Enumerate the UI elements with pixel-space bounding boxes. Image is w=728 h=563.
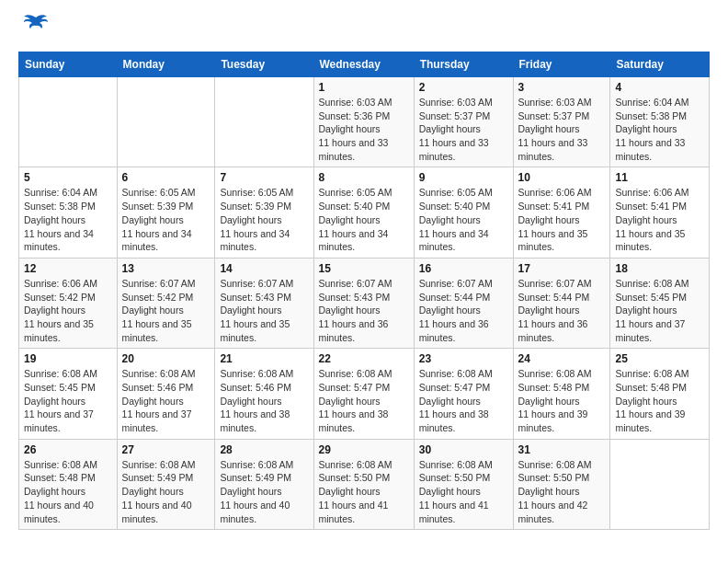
week-row-2: 5Sunrise: 6:04 AMSunset: 5:38 PMDaylight… <box>19 167 710 258</box>
week-row-1: 1Sunrise: 6:03 AMSunset: 5:36 PMDaylight… <box>19 77 710 167</box>
day-info: Sunrise: 6:06 AMSunset: 5:41 PMDaylight … <box>615 186 704 253</box>
day-info: Sunrise: 6:08 AMSunset: 5:46 PMDaylight … <box>122 367 210 434</box>
day-info: Sunrise: 6:05 AMSunset: 5:40 PMDaylight … <box>419 186 508 253</box>
day-cell: 14Sunrise: 6:07 AMSunset: 5:43 PMDayligh… <box>215 258 313 348</box>
day-info: Sunrise: 6:07 AMSunset: 5:42 PMDaylight … <box>122 277 210 344</box>
weekday-header-friday: Friday <box>513 52 610 77</box>
day-number: 28 <box>220 443 308 456</box>
day-info: Sunrise: 6:08 AMSunset: 5:49 PMDaylight … <box>122 458 210 525</box>
day-cell: 7Sunrise: 6:05 AMSunset: 5:39 PMDaylight… <box>215 167 313 258</box>
day-cell: 31Sunrise: 6:08 AMSunset: 5:50 PMDayligh… <box>513 439 610 529</box>
day-number: 5 <box>24 171 112 184</box>
day-info: Sunrise: 6:05 AMSunset: 5:40 PMDaylight … <box>319 186 409 253</box>
weekday-header-monday: Monday <box>117 52 215 77</box>
day-number: 8 <box>319 171 409 184</box>
day-info: Sunrise: 6:03 AMSunset: 5:37 PMDaylight … <box>419 96 508 163</box>
day-cell <box>19 77 118 167</box>
day-info: Sunrise: 6:08 AMSunset: 5:50 PMDaylight … <box>518 458 606 525</box>
day-cell: 26Sunrise: 6:08 AMSunset: 5:48 PMDayligh… <box>19 439 118 529</box>
day-number: 7 <box>220 171 308 184</box>
logo-bird-icon <box>22 10 50 41</box>
day-cell: 6Sunrise: 6:05 AMSunset: 5:39 PMDaylight… <box>117 167 215 258</box>
day-cell: 29Sunrise: 6:08 AMSunset: 5:50 PMDayligh… <box>313 439 414 529</box>
weekday-header-sunday: Sunday <box>19 52 118 77</box>
day-info: Sunrise: 6:08 AMSunset: 5:48 PMDaylight … <box>24 458 112 525</box>
day-info: Sunrise: 6:08 AMSunset: 5:45 PMDaylight … <box>24 367 112 434</box>
day-cell: 27Sunrise: 6:08 AMSunset: 5:49 PMDayligh… <box>117 439 215 529</box>
day-info: Sunrise: 6:08 AMSunset: 5:47 PMDaylight … <box>319 367 409 434</box>
day-number: 4 <box>615 81 704 94</box>
day-info: Sunrise: 6:06 AMSunset: 5:42 PMDaylight … <box>24 277 112 344</box>
weekday-header-tuesday: Tuesday <box>215 52 313 77</box>
day-number: 9 <box>419 171 508 184</box>
day-number: 23 <box>419 352 508 365</box>
day-info: Sunrise: 6:06 AMSunset: 5:41 PMDaylight … <box>518 186 606 253</box>
page-container: SundayMondayTuesdayWednesdayThursdayFrid… <box>0 0 728 539</box>
weekday-header-thursday: Thursday <box>414 52 513 77</box>
day-number: 14 <box>220 262 308 275</box>
day-number: 3 <box>518 81 606 94</box>
day-cell: 22Sunrise: 6:08 AMSunset: 5:47 PMDayligh… <box>313 349 414 439</box>
day-number: 26 <box>24 443 112 456</box>
day-number: 16 <box>419 262 508 275</box>
day-info: Sunrise: 6:03 AMSunset: 5:36 PMDaylight … <box>319 96 409 163</box>
day-info: Sunrise: 6:03 AMSunset: 5:37 PMDaylight … <box>518 96 606 163</box>
day-cell: 3Sunrise: 6:03 AMSunset: 5:37 PMDaylight… <box>513 77 610 167</box>
day-info: Sunrise: 6:07 AMSunset: 5:43 PMDaylight … <box>319 277 409 344</box>
day-info: Sunrise: 6:07 AMSunset: 5:44 PMDaylight … <box>518 277 606 344</box>
day-info: Sunrise: 6:04 AMSunset: 5:38 PMDaylight … <box>615 96 704 163</box>
day-info: Sunrise: 6:08 AMSunset: 5:48 PMDaylight … <box>615 367 704 434</box>
day-number: 22 <box>319 352 409 365</box>
day-cell: 23Sunrise: 6:08 AMSunset: 5:47 PMDayligh… <box>414 349 513 439</box>
calendar-body: 1Sunrise: 6:03 AMSunset: 5:36 PMDaylight… <box>19 77 710 530</box>
day-number: 21 <box>220 352 308 365</box>
day-number: 12 <box>24 262 112 275</box>
day-number: 18 <box>615 262 704 275</box>
day-number: 17 <box>518 262 606 275</box>
day-cell <box>117 77 215 167</box>
day-info: Sunrise: 6:08 AMSunset: 5:50 PMDaylight … <box>419 458 508 525</box>
day-cell: 8Sunrise: 6:05 AMSunset: 5:40 PMDaylight… <box>313 167 414 258</box>
day-info: Sunrise: 6:08 AMSunset: 5:46 PMDaylight … <box>220 367 308 434</box>
day-cell: 28Sunrise: 6:08 AMSunset: 5:49 PMDayligh… <box>215 439 313 529</box>
day-cell: 13Sunrise: 6:07 AMSunset: 5:42 PMDayligh… <box>117 258 215 348</box>
day-number: 15 <box>319 262 409 275</box>
day-cell: 30Sunrise: 6:08 AMSunset: 5:50 PMDayligh… <box>414 439 513 529</box>
page-header <box>18 18 710 42</box>
day-info: Sunrise: 6:07 AMSunset: 5:44 PMDaylight … <box>419 277 508 344</box>
day-number: 19 <box>24 352 112 365</box>
calendar-table: SundayMondayTuesdayWednesdayThursdayFrid… <box>18 52 710 530</box>
day-cell: 25Sunrise: 6:08 AMSunset: 5:48 PMDayligh… <box>610 349 710 439</box>
day-cell: 12Sunrise: 6:06 AMSunset: 5:42 PMDayligh… <box>19 258 118 348</box>
day-number: 10 <box>518 171 606 184</box>
day-cell: 9Sunrise: 6:05 AMSunset: 5:40 PMDaylight… <box>414 167 513 258</box>
day-cell: 11Sunrise: 6:06 AMSunset: 5:41 PMDayligh… <box>610 167 710 258</box>
day-number: 2 <box>419 81 508 94</box>
day-number: 20 <box>122 352 210 365</box>
day-cell: 19Sunrise: 6:08 AMSunset: 5:45 PMDayligh… <box>19 349 118 439</box>
day-cell: 5Sunrise: 6:04 AMSunset: 5:38 PMDaylight… <box>19 167 118 258</box>
day-cell: 15Sunrise: 6:07 AMSunset: 5:43 PMDayligh… <box>313 258 414 348</box>
day-cell: 16Sunrise: 6:07 AMSunset: 5:44 PMDayligh… <box>414 258 513 348</box>
day-cell: 18Sunrise: 6:08 AMSunset: 5:45 PMDayligh… <box>610 258 710 348</box>
day-info: Sunrise: 6:04 AMSunset: 5:38 PMDaylight … <box>24 186 112 253</box>
day-info: Sunrise: 6:07 AMSunset: 5:43 PMDaylight … <box>220 277 308 344</box>
day-cell: 2Sunrise: 6:03 AMSunset: 5:37 PMDaylight… <box>414 77 513 167</box>
week-row-4: 19Sunrise: 6:08 AMSunset: 5:45 PMDayligh… <box>19 349 710 439</box>
day-info: Sunrise: 6:08 AMSunset: 5:47 PMDaylight … <box>419 367 508 434</box>
day-cell: 1Sunrise: 6:03 AMSunset: 5:36 PMDaylight… <box>313 77 414 167</box>
day-info: Sunrise: 6:05 AMSunset: 5:39 PMDaylight … <box>122 186 210 253</box>
day-number: 27 <box>122 443 210 456</box>
day-cell: 17Sunrise: 6:07 AMSunset: 5:44 PMDayligh… <box>513 258 610 348</box>
day-info: Sunrise: 6:08 AMSunset: 5:50 PMDaylight … <box>319 458 409 525</box>
weekday-header-wednesday: Wednesday <box>313 52 414 77</box>
day-info: Sunrise: 6:05 AMSunset: 5:39 PMDaylight … <box>220 186 308 253</box>
day-info: Sunrise: 6:08 AMSunset: 5:48 PMDaylight … <box>518 367 606 434</box>
day-cell: 24Sunrise: 6:08 AMSunset: 5:48 PMDayligh… <box>513 349 610 439</box>
day-cell <box>610 439 710 529</box>
day-number: 25 <box>615 352 704 365</box>
week-row-5: 26Sunrise: 6:08 AMSunset: 5:48 PMDayligh… <box>19 439 710 529</box>
logo <box>18 18 50 42</box>
day-number: 13 <box>122 262 210 275</box>
day-info: Sunrise: 6:08 AMSunset: 5:45 PMDaylight … <box>615 277 704 344</box>
